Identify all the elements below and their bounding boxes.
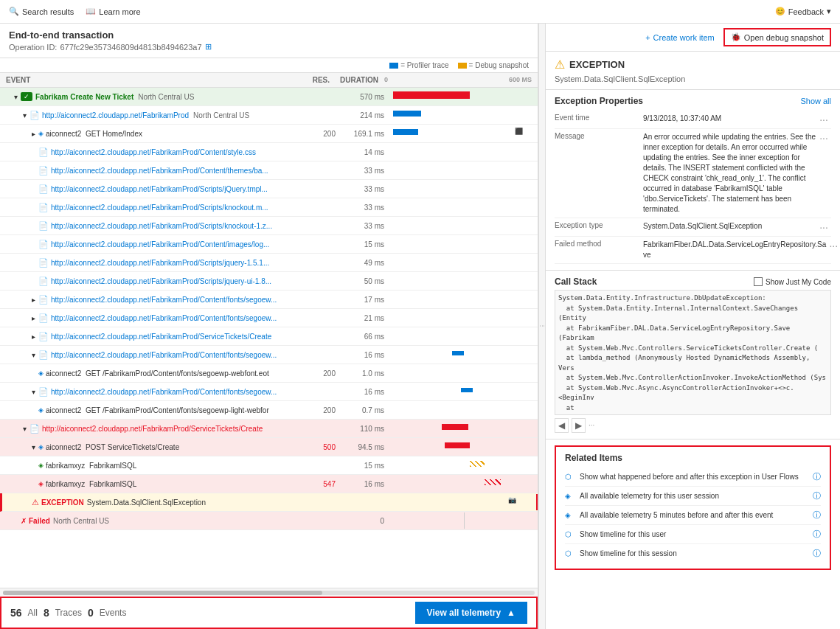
event-name: 📄 http://aiconnect2.cloudapp.net/Fabrika… <box>0 240 305 249</box>
ai-icon: ◈ <box>38 130 44 137</box>
expand-icon[interactable]: ▸ <box>29 314 37 322</box>
profiler-icon[interactable]: ⬛ <box>515 128 523 135</box>
related-item[interactable]: ⬡ Show what happened before and after th… <box>565 468 821 487</box>
user-flow-icon: ⬡ <box>565 473 575 481</box>
expand-icon[interactable]: ▾ <box>29 388 37 395</box>
event-label: http://aiconnect2.cloudapp.net/FabrikamP… <box>51 148 256 156</box>
event-name: 📄 http://aiconnect2.cloudapp.net/Fabrika… <box>0 166 305 176</box>
expand-icon[interactable]: ▾ <box>21 425 28 432</box>
table-row[interactable]: ◈ fabrikamxyz FabrikamISQL 547 16 ms <box>0 475 538 493</box>
event-table[interactable]: ▾ ✓ Fabrikam Create New Ticket North Cen… <box>0 88 538 588</box>
panel-separator[interactable]: ⋮ <box>538 24 546 629</box>
callstack-header: Call Stack Show Just My Code <box>555 277 831 287</box>
grid-icon[interactable]: ⊞ <box>205 42 212 52</box>
region-label: North Central US <box>193 111 249 119</box>
event-bar-cell <box>390 476 538 492</box>
event-label: http://aiconnect2.cloudapp.net/FabrikamP… <box>51 167 268 175</box>
callstack-prev-btn[interactable]: ◀ <box>555 418 569 433</box>
event-res: 200 <box>305 130 339 138</box>
event-label: Fabrikam Create New Ticket <box>35 93 133 101</box>
open-debug-snapshot-btn[interactable]: 🐞 Open debug snapshot <box>723 28 831 46</box>
table-row[interactable]: 📄 http://aiconnect2.cloudapp.net/Fabrika… <box>0 198 538 217</box>
event-res: 500 <box>305 443 339 451</box>
table-row[interactable]: ▾ 📄 http://aiconnect2.cloudapp.net/Fabri… <box>0 346 538 364</box>
info-icon[interactable]: ⓘ <box>813 510 821 521</box>
callstack-more: ··· <box>589 418 594 433</box>
prop-label: Event time <box>555 114 643 122</box>
table-row[interactable]: ◈ aiconnect2 GET /FabrikamProd/Content/f… <box>0 364 538 383</box>
show-just-my-code-toggle[interactable]: Show Just My Code <box>754 277 831 286</box>
my-code-checkbox[interactable] <box>754 277 763 286</box>
create-work-item-btn[interactable]: + Create work item <box>645 33 715 42</box>
expand-icon[interactable]: ▾ <box>12 93 19 100</box>
related-item[interactable]: ⬡ Show timeline for this session ⓘ <box>565 544 821 563</box>
separator-handle: ⋮ <box>539 323 546 330</box>
learn-more-btn[interactable]: 📖 Learn more <box>86 7 140 16</box>
info-icon[interactable]: ⓘ <box>813 490 821 501</box>
url-icon: 📄 <box>29 111 40 120</box>
show-all-link[interactable]: Show all <box>800 97 831 105</box>
related-item[interactable]: ⬡ Show timeline for this user ⓘ <box>565 525 821 544</box>
table-row[interactable]: 📄 http://aiconnect2.cloudapp.net/Fabrika… <box>0 254 538 272</box>
table-row[interactable]: ✗ Failed North Central US 0 <box>0 512 538 530</box>
table-row[interactable]: 📄 http://aiconnect2.cloudapp.net/Fabrika… <box>0 161 538 180</box>
info-icon[interactable]: ⓘ <box>813 471 821 482</box>
expand-icon[interactable]: ▾ <box>29 443 37 451</box>
table-row[interactable]: 📄 http://aiconnect2.cloudapp.net/Fabrika… <box>0 217 538 235</box>
url-icon: 📄 <box>38 295 49 305</box>
scroll-thumb[interactable] <box>3 591 322 595</box>
table-row[interactable]: 📄 http://aiconnect2.cloudapp.net/Fabrika… <box>0 143 538 161</box>
prop-row-exception-type: Exception type System.Data.SqlClient.Sql… <box>555 218 831 237</box>
related-item[interactable]: ◈ All available telemetry for this user … <box>565 487 821 506</box>
event-dur: 0.7 ms <box>339 406 390 414</box>
table-row[interactable]: ▸ ◈ aiconnect2 GET Home/Index 200 169.1 … <box>0 125 538 143</box>
url-icon: 📄 <box>38 332 49 341</box>
scroll-track[interactable] <box>3 591 535 595</box>
callstack-line: at lambda_method (Anonymously Hosted Dyn… <box>558 353 827 373</box>
prop-more-btn[interactable]: ··· <box>816 114 831 125</box>
table-row[interactable]: ⚠ EXCEPTION System.Data.SqlClient.SqlExc… <box>0 493 538 512</box>
snapshot-icon[interactable]: 📷 <box>508 496 516 504</box>
table-row[interactable]: ◈ aiconnect2 GET /FabrikamProd/Content/f… <box>0 401 538 420</box>
table-row[interactable]: ▾ ✓ Fabrikam Create New Ticket North Cen… <box>0 88 538 106</box>
expand-icon[interactable]: ▸ <box>29 130 37 137</box>
table-row[interactable]: ▾ ◈ aiconnect2 POST ServiceTickets/Creat… <box>0 438 538 456</box>
expand-icon[interactable]: ▸ <box>29 333 37 340</box>
info-icon[interactable]: ⓘ <box>813 529 821 540</box>
expand-icon[interactable]: ▾ <box>29 351 37 358</box>
event-bar-cell <box>390 254 538 271</box>
event-name: ▾ ◈ aiconnect2 POST ServiceTickets/Creat… <box>0 443 305 451</box>
search-results-btn[interactable]: 🔍 Search results <box>9 7 74 16</box>
event-name: ▾ ✓ Fabrikam Create New Ticket North Cen… <box>0 92 305 101</box>
file-icon: 📄 <box>38 184 49 194</box>
table-row[interactable]: 📄 http://aiconnect2.cloudapp.net/Fabrika… <box>0 180 538 198</box>
prop-more-btn[interactable]: ··· <box>816 221 831 233</box>
prop-more-btn[interactable]: ··· <box>826 240 840 251</box>
expand-icon[interactable]: ▾ <box>21 111 28 119</box>
related-item-left: ⬡ Show what happened before and after th… <box>565 473 799 481</box>
callstack-content[interactable]: System.Data.Entity.Infrastructure.DbUpda… <box>555 290 831 415</box>
table-row[interactable]: ▸ 📄 http://aiconnect2.cloudapp.net/Fabri… <box>0 291 538 309</box>
table-row[interactable]: ▾ 📄 http://aiconnect2.cloudapp.net/Fabri… <box>0 420 538 438</box>
prop-more-btn[interactable]: ··· <box>816 132 831 144</box>
feedback-btn[interactable]: 😊 Feedback ▾ <box>775 7 831 16</box>
table-row[interactable]: ◈ fabrikamxyz FabrikamISQL 15 ms <box>0 456 538 475</box>
table-row[interactable]: 📄 http://aiconnect2.cloudapp.net/Fabrika… <box>0 272 538 291</box>
expand-icon[interactable]: ▸ <box>29 296 37 303</box>
event-name: ⚠ EXCEPTION System.Data.SqlClient.SqlExc… <box>2 498 305 507</box>
horizontal-scrollbar[interactable] <box>0 588 538 597</box>
event-res: 547 <box>305 480 339 488</box>
view-all-telemetry-button[interactable]: View all telemetry ▲ <box>415 602 527 624</box>
table-row[interactable]: ▸ 📄 http://aiconnect2.cloudapp.net/Fabri… <box>0 309 538 327</box>
table-row[interactable]: ▸ 📄 http://aiconnect2.cloudapp.net/Fabri… <box>0 327 538 346</box>
prop-value: FabrikamFiber.DAL.Data.ServiceLogEntryRe… <box>643 240 826 260</box>
table-row[interactable]: ▾ 📄 http://aiconnect2.cloudapp.net/Fabri… <box>0 106 538 125</box>
table-row[interactable]: 📄 http://aiconnect2.cloudapp.net/Fabrika… <box>0 235 538 254</box>
related-item-left: ◈ All available telemetry for this user … <box>565 492 719 500</box>
info-icon[interactable]: ⓘ <box>813 548 821 559</box>
related-item[interactable]: ◈ All available telemetry 5 minutes befo… <box>565 506 821 525</box>
count-traces: 8 <box>44 607 49 619</box>
legend-debug-label: = Debug snapshot <box>469 61 529 69</box>
table-row[interactable]: ▾ 📄 http://aiconnect2.cloudapp.net/Fabri… <box>0 383 538 401</box>
callstack-next-btn[interactable]: ▶ <box>572 418 586 433</box>
